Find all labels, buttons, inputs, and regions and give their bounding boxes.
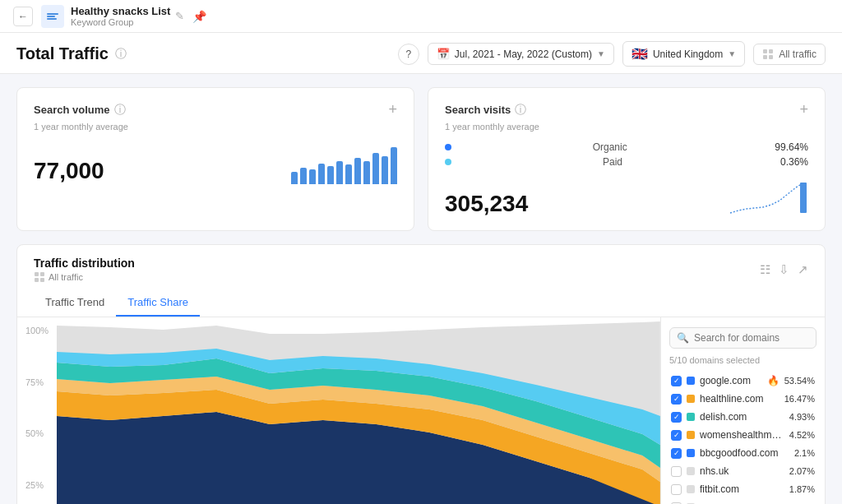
domain-checkbox[interactable]: ✓ bbox=[671, 448, 682, 459]
domain-color-dot bbox=[687, 431, 695, 439]
domain-list-item[interactable]: ✓delish.com4.93% bbox=[669, 408, 817, 426]
domains-count: 5/10 domains selected bbox=[669, 355, 817, 365]
domain-pct-label: 2.1% bbox=[794, 448, 815, 458]
domain-color-dot bbox=[687, 485, 695, 493]
grid-export-icon[interactable]: ☷ bbox=[760, 262, 770, 277]
stacked-area-chart bbox=[57, 317, 660, 504]
domain-list: ✓google.com🔥53.54%✓healthline.com16.47%✓… bbox=[669, 372, 817, 504]
info-icon[interactable]: ⓘ bbox=[115, 47, 127, 62]
tab-traffic-trend[interactable]: Traffic Trend bbox=[34, 289, 116, 317]
bar-9 bbox=[363, 161, 370, 184]
svg-rect-7 bbox=[800, 183, 807, 213]
domain-checkbox[interactable]: ✓ bbox=[671, 430, 682, 441]
domain-color-dot bbox=[687, 395, 695, 403]
search-volume-subtitle: 1 year monthly average bbox=[34, 122, 397, 132]
domain-pct-label: 4.93% bbox=[789, 412, 815, 422]
search-volume-body: 77,000 bbox=[34, 141, 397, 184]
domain-checkbox[interactable] bbox=[671, 466, 682, 477]
share-icon[interactable]: ↗ bbox=[798, 262, 808, 277]
organic-dot bbox=[445, 144, 451, 150]
y-axis-75: 75% bbox=[25, 377, 49, 387]
domain-list-item[interactable]: ✓womenshealthmag...4.52% bbox=[669, 426, 817, 444]
breadcrumb-icon bbox=[41, 5, 64, 28]
domain-color-dot bbox=[687, 467, 695, 475]
paid-pct: 0.36% bbox=[780, 156, 808, 168]
edit-icon[interactable]: ✎ bbox=[175, 10, 184, 22]
mini-line-chart bbox=[726, 176, 808, 217]
domain-name-label: google.com bbox=[700, 375, 762, 386]
bar-4 bbox=[318, 164, 325, 184]
domain-list-item[interactable]: purewow.com1.68% bbox=[669, 498, 817, 504]
svg-rect-9 bbox=[40, 272, 44, 276]
date-range-button[interactable]: 📅 Jul, 2021 - May, 2022 (Custom) ▼ bbox=[428, 43, 614, 65]
date-range-label: Jul, 2021 - May, 2022 (Custom) bbox=[455, 49, 592, 60]
traffic-icon bbox=[762, 49, 774, 60]
organic-legend-item: Organic 99.64% bbox=[445, 141, 808, 153]
organic-label: Organic bbox=[593, 141, 627, 153]
domain-color-dot bbox=[687, 449, 695, 457]
domain-name-label: womenshealthmag... bbox=[700, 429, 784, 441]
search-volume-info-icon[interactable]: ⓘ bbox=[114, 103, 126, 118]
metrics-row: Search volume ⓘ + 1 year monthly average… bbox=[16, 87, 826, 231]
pin-icon[interactable]: 📌 bbox=[192, 10, 206, 23]
main-content: Search volume ⓘ + 1 year monthly average… bbox=[0, 74, 842, 504]
y-axis-25: 25% bbox=[25, 480, 49, 490]
domain-checkbox[interactable]: ✓ bbox=[671, 412, 682, 423]
traffic-filter-label: All traffic bbox=[779, 49, 817, 60]
distribution-card: Traffic distribution All traffic ☷ ⇩ ↗ bbox=[16, 244, 826, 504]
distribution-title-area: Traffic distribution All traffic bbox=[34, 257, 135, 283]
header-row: Total Traffic ⓘ ? 📅 Jul, 2021 - May, 202… bbox=[0, 33, 842, 74]
distribution-body: 100% 75% 50% 25% bbox=[17, 317, 825, 504]
back-icon: ← bbox=[18, 11, 28, 22]
domain-search-box[interactable]: 🔍 bbox=[669, 327, 817, 349]
distribution-actions: ☷ ⇩ ↗ bbox=[760, 262, 808, 277]
search-visits-card: Search visits ⓘ + 1 year monthly average… bbox=[428, 87, 826, 231]
domain-search-input[interactable] bbox=[694, 332, 809, 344]
flag-icon: 🇬🇧 bbox=[632, 46, 648, 62]
svg-rect-8 bbox=[35, 272, 39, 276]
domain-list-item[interactable]: ✓healthline.com16.47% bbox=[669, 390, 817, 408]
chart-area: Ⓒ similarweb bbox=[57, 317, 660, 504]
svg-rect-3 bbox=[763, 49, 767, 53]
breadcrumb-subtitle: Keyword Group bbox=[71, 17, 170, 27]
domain-name-label: delish.com bbox=[700, 411, 784, 423]
country-label: United Kingdom bbox=[653, 49, 723, 60]
domain-list-item[interactable]: ✓google.com🔥53.54% bbox=[669, 372, 817, 390]
svg-rect-6 bbox=[769, 55, 773, 59]
tab-traffic-share[interactable]: Traffic Share bbox=[116, 289, 200, 317]
domain-checkbox[interactable] bbox=[671, 484, 682, 495]
search-visits-value: 305,234 bbox=[445, 191, 528, 217]
calendar-icon: 📅 bbox=[437, 48, 450, 60]
search-visits-subtitle: 1 year monthly average bbox=[445, 122, 808, 132]
chevron-down-icon: ▼ bbox=[728, 49, 736, 58]
help-button[interactable]: ? bbox=[398, 44, 419, 65]
domain-color-dot bbox=[687, 377, 695, 385]
search-visits-legend: Organic 99.64% Paid 0.36% bbox=[445, 141, 808, 168]
back-button[interactable]: ← bbox=[13, 7, 33, 26]
chart-container: 100% 75% 50% 25% bbox=[17, 317, 660, 504]
bar-2 bbox=[300, 168, 307, 184]
traffic-filter-button[interactable]: All traffic bbox=[753, 44, 826, 65]
download-icon[interactable]: ⇩ bbox=[779, 262, 789, 277]
distribution-subtitle: All traffic bbox=[34, 271, 135, 283]
search-volume-card: Search volume ⓘ + 1 year monthly average… bbox=[16, 87, 414, 231]
domain-list-item[interactable]: fitbit.com1.87% bbox=[669, 480, 817, 498]
domain-list-item[interactable]: ✓bbcgoodfood.com2.1% bbox=[669, 444, 817, 462]
domain-pct-label: 4.52% bbox=[789, 430, 815, 440]
country-button[interactable]: 🇬🇧 United Kingdom ▼ bbox=[622, 41, 745, 67]
domain-pct-label: 16.47% bbox=[784, 394, 815, 404]
domain-checkbox[interactable]: ✓ bbox=[671, 376, 682, 386]
mini-bar-chart bbox=[291, 143, 397, 184]
svg-rect-5 bbox=[763, 55, 767, 59]
domain-list-item[interactable]: nhs.uk2.07% bbox=[669, 462, 817, 480]
domain-checkbox[interactable]: ✓ bbox=[671, 394, 682, 405]
search-volume-add-button[interactable]: + bbox=[388, 101, 397, 118]
search-icon: 🔍 bbox=[677, 332, 689, 344]
domain-pct-label: 2.07% bbox=[789, 466, 815, 476]
all-traffic-icon bbox=[34, 271, 45, 283]
bar-6 bbox=[336, 161, 343, 184]
search-visits-info-icon[interactable]: ⓘ bbox=[515, 103, 526, 118]
paid-dot bbox=[445, 159, 451, 165]
search-visits-add-button[interactable]: + bbox=[799, 101, 808, 118]
bar-7 bbox=[345, 164, 352, 184]
